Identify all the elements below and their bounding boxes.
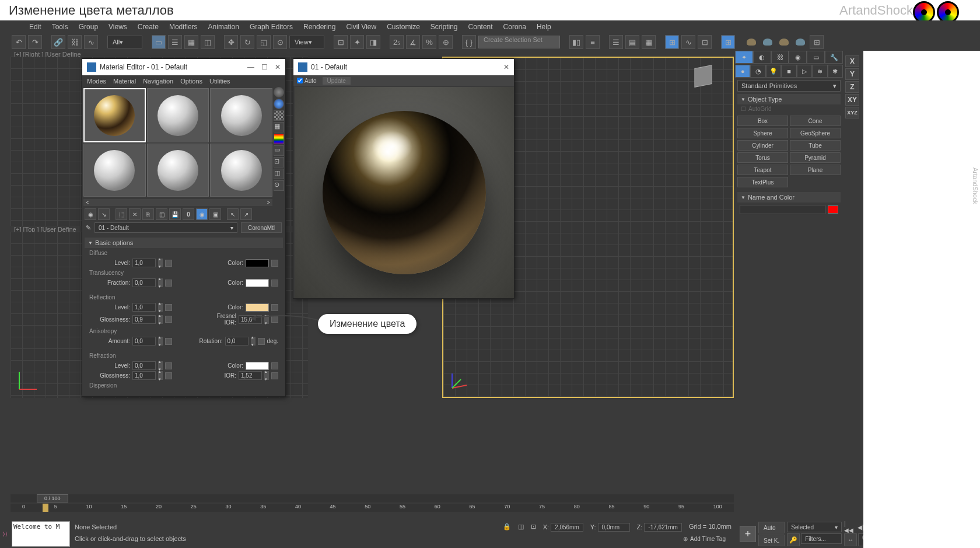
manipulate-icon[interactable]: ✦ bbox=[350, 35, 364, 49]
mat-menu-modes[interactable]: Modes bbox=[87, 78, 106, 85]
autogrid-checkbox[interactable]: ☐AutoGrid bbox=[737, 104, 841, 113]
aniso-rotation-map[interactable] bbox=[258, 338, 265, 345]
refraction-glossiness-arrows[interactable] bbox=[158, 371, 163, 380]
ref-coord-dropdown[interactable]: View ▾ bbox=[289, 36, 324, 48]
geosphere-button[interactable]: GeoSphere bbox=[790, 128, 841, 138]
aniso-amount-map[interactable] bbox=[165, 338, 172, 345]
unlink-icon[interactable]: ⛓ bbox=[68, 35, 82, 49]
translucency-fraction-map[interactable] bbox=[165, 280, 172, 287]
render-setup-icon[interactable] bbox=[744, 35, 758, 49]
isolate-icon[interactable]: ◫ bbox=[518, 523, 524, 532]
filter-dropdown[interactable]: All ▾ bbox=[107, 36, 142, 48]
glossiness-arrows[interactable] bbox=[158, 315, 163, 324]
translucency-fraction-arrows[interactable] bbox=[158, 278, 163, 287]
material-editor-icon[interactable]: ⊞ bbox=[721, 35, 735, 49]
render-preset-icon[interactable]: ⊞ bbox=[810, 35, 824, 49]
preview-icon[interactable]: ▭ bbox=[274, 145, 284, 156]
close-icon[interactable]: ✕ bbox=[275, 63, 281, 71]
torus-button[interactable]: Torus bbox=[737, 152, 788, 163]
assign-icon[interactable]: ⬚ bbox=[116, 208, 127, 220]
maxscript-listener[interactable]: Welcome to M bbox=[12, 521, 70, 547]
auto-checkbox[interactable]: Auto bbox=[297, 78, 317, 84]
link-icon[interactable]: 🔗 bbox=[51, 35, 65, 49]
refraction-level-arrows[interactable] bbox=[158, 361, 163, 370]
select-icon[interactable]: ▭ bbox=[152, 35, 166, 49]
utilities-tab[interactable]: 🔧 bbox=[825, 51, 843, 64]
percent-snap-icon[interactable]: % bbox=[422, 35, 436, 49]
spinner-snap-icon[interactable]: ⊕ bbox=[439, 35, 453, 49]
mat-menu-navigation[interactable]: Navigation bbox=[143, 78, 173, 85]
translucency-fraction-spinner[interactable]: 0,0 bbox=[132, 278, 156, 287]
glossiness-spinner[interactable]: 0,9 bbox=[132, 315, 156, 324]
diffuse-color-map[interactable] bbox=[271, 260, 278, 267]
mirror-icon[interactable]: ▮▯ bbox=[569, 35, 583, 49]
show-end-result-icon[interactable]: ▣ bbox=[209, 208, 221, 220]
helpers-subtab[interactable]: ▷ bbox=[797, 65, 812, 78]
menu-help[interactable]: Help bbox=[537, 23, 551, 31]
geometry-subtab[interactable]: ● bbox=[735, 65, 750, 78]
refraction-glossiness-map[interactable] bbox=[165, 372, 172, 379]
options-icon[interactable]: ⊡ bbox=[274, 157, 284, 167]
set-key-button[interactable]: Set K. bbox=[758, 535, 785, 546]
aniso-amount-spinner[interactable]: 0,0 bbox=[132, 337, 156, 345]
axis-xyz-button[interactable]: XYZ bbox=[845, 107, 859, 118]
material-slot-5[interactable] bbox=[147, 144, 209, 197]
render-production-icon[interactable] bbox=[777, 35, 791, 49]
refraction-ior-map[interactable] bbox=[271, 372, 278, 379]
refraction-color-map[interactable] bbox=[271, 362, 278, 369]
dope-sheet-icon[interactable]: ∿ bbox=[681, 35, 695, 49]
z-value[interactable]: -17,621mm bbox=[644, 523, 682, 532]
x-value[interactable]: 2,056mm bbox=[551, 523, 583, 532]
placement-icon[interactable]: ⊙ bbox=[273, 35, 287, 49]
menu-civil-view[interactable]: Civil View bbox=[346, 23, 376, 31]
object-color-swatch[interactable] bbox=[828, 205, 838, 214]
spacewarps-subtab[interactable]: ≋ bbox=[812, 65, 827, 78]
goto-start-icon[interactable]: |◀◀ bbox=[844, 522, 855, 532]
render-frame-icon[interactable] bbox=[761, 35, 775, 49]
menu-customize[interactable]: Customize bbox=[387, 23, 420, 31]
shapes-subtab[interactable]: ◔ bbox=[750, 65, 765, 78]
redo-icon[interactable]: ↷ bbox=[28, 35, 42, 49]
diffuse-level-spinner[interactable]: 1,0 bbox=[132, 259, 156, 267]
mat-id-icon[interactable]: 0 bbox=[183, 208, 194, 220]
menu-content[interactable]: Content bbox=[468, 23, 493, 31]
background-icon[interactable] bbox=[274, 110, 284, 121]
glossiness-map[interactable] bbox=[165, 316, 172, 323]
key-mode-icon[interactable]: ↔ bbox=[844, 533, 857, 546]
primitives-dropdown[interactable]: Standard Primitives▾ bbox=[737, 80, 841, 92]
material-slot-3[interactable] bbox=[210, 88, 272, 142]
sample-uv-icon[interactable]: ▦ bbox=[274, 122, 284, 132]
move-icon[interactable]: ✥ bbox=[224, 35, 238, 49]
menu-modifiers[interactable]: Modifiers bbox=[169, 23, 198, 31]
video-check-icon[interactable] bbox=[274, 134, 284, 144]
systems-subtab[interactable]: ✱ bbox=[828, 65, 843, 78]
select-region-icon[interactable]: ▦ bbox=[184, 35, 198, 49]
motion-tab[interactable]: ◉ bbox=[789, 51, 807, 64]
display-tab[interactable]: ▭ bbox=[807, 51, 825, 64]
ribbon-icon[interactable]: ▦ bbox=[642, 35, 656, 49]
name-color-header[interactable]: Name and Color bbox=[737, 192, 841, 203]
modify-tab[interactable]: ◐ bbox=[753, 51, 771, 64]
plane-button[interactable]: Plane bbox=[790, 165, 841, 175]
select-name-icon[interactable]: ☰ bbox=[168, 35, 182, 49]
set-key-plus-button[interactable]: + bbox=[740, 526, 756, 542]
eyedropper-icon[interactable]: ✎ bbox=[86, 224, 91, 232]
cone-button[interactable]: Cone bbox=[790, 116, 841, 126]
update-button[interactable]: Update bbox=[323, 77, 351, 85]
scene-explorer-icon[interactable]: ▤ bbox=[625, 35, 639, 49]
material-type-button[interactable]: CoronaMtl bbox=[241, 222, 282, 233]
maxscript-toggle-icon[interactable]: ⟩⟩ bbox=[0, 520, 10, 548]
menu-tools[interactable]: Tools bbox=[52, 23, 68, 31]
cameras-subtab[interactable]: ■ bbox=[781, 65, 796, 78]
pyramid-button[interactable]: Pyramid bbox=[790, 152, 841, 163]
mat-menu-options[interactable]: Options bbox=[180, 78, 202, 85]
menu-animation[interactable]: Animation bbox=[208, 23, 239, 31]
selection-bracket-icon[interactable]: ⊡ bbox=[531, 523, 536, 532]
lights-subtab[interactable]: 💡 bbox=[766, 65, 781, 78]
refraction-level-map[interactable] bbox=[165, 362, 172, 369]
menu-graph-editors[interactable]: Graph Editors bbox=[250, 23, 293, 31]
axis-x-button[interactable]: X bbox=[845, 55, 859, 67]
material-slots-hscroll[interactable]: <> bbox=[83, 199, 272, 206]
menu-views[interactable]: Views bbox=[108, 23, 127, 31]
keyboard-icon[interactable]: ◨ bbox=[366, 35, 380, 49]
